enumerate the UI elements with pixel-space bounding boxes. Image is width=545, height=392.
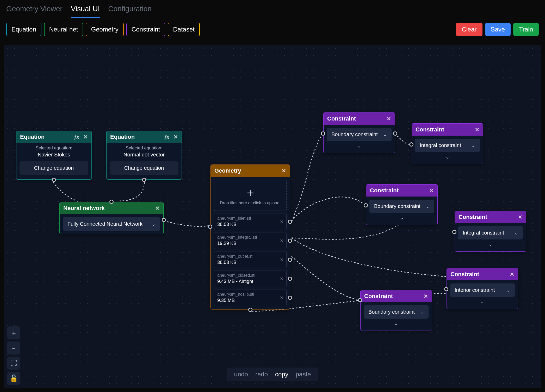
expand-icon[interactable]: ⌄ [364, 319, 429, 327]
selected-label: Selected equation: [110, 146, 178, 151]
paste-button[interactable]: paste [296, 371, 311, 378]
port-output[interactable] [393, 131, 397, 136]
save-button[interactable]: Save [485, 23, 511, 36]
file-size: 9.43 MB - Airtight [217, 279, 277, 284]
select-value: Interior constraint [455, 287, 495, 293]
file-item[interactable]: aneurysm_noslip.stl 9.35 MB ✕ [214, 289, 287, 306]
train-button[interactable]: Train [513, 23, 539, 36]
chip-geometry[interactable]: Geometry [86, 23, 123, 36]
dropzone[interactable]: ＋ Drop files here or click to upload. [214, 180, 287, 211]
close-icon[interactable]: ✕ [518, 214, 522, 220]
expand-icon[interactable]: ⌄ [450, 297, 515, 306]
change-equation-button[interactable]: Change equation [20, 161, 88, 175]
port-input[interactable] [409, 142, 413, 147]
close-icon[interactable]: ✕ [280, 276, 284, 282]
close-icon[interactable]: ✕ [155, 205, 160, 211]
chevron-down-icon: ⌄ [506, 287, 510, 293]
close-icon[interactable]: ✕ [424, 293, 428, 299]
port-output[interactable] [142, 178, 146, 182]
node-constraint-5[interactable]: Constraint ✕ Boundary constraint ⌄ ⌄ [360, 290, 432, 331]
port-input[interactable] [109, 200, 114, 204]
port-output[interactable] [52, 178, 56, 182]
fit-view-button[interactable]: ⛶ [7, 357, 20, 370]
close-icon[interactable]: ✕ [280, 238, 284, 244]
port-output[interactable] [288, 258, 292, 262]
file-item[interactable]: aneurysm_integral.stl 19.29 KB ✕ [214, 232, 287, 249]
close-icon[interactable]: ✕ [387, 116, 391, 122]
expand-icon[interactable]: ⌄ [458, 239, 523, 248]
select-value: Integral constraint [420, 142, 461, 148]
file-name: aneurysm_integral.stl [217, 235, 277, 240]
node-constraint-6[interactable]: Constraint ✕ Interior constraint ⌄ ⌄ [447, 268, 518, 309]
node-geometry[interactable]: Geometry ✕ ＋ Drop files here or click to… [210, 165, 290, 309]
graph-canvas[interactable]: Equation ƒx ✕ Selected equation: Navier … [4, 45, 541, 388]
file-item[interactable]: aneurysm_outlet.stl 38.03 KB ✕ [214, 251, 287, 268]
expand-icon[interactable]: ⌄ [369, 213, 434, 222]
chip-neural-net[interactable]: Neural net [44, 23, 83, 36]
node-constraint-4[interactable]: Constraint ✕ Integral constraint ⌄ ⌄ [455, 211, 526, 252]
port-input[interactable] [452, 230, 456, 234]
port-input[interactable] [358, 298, 362, 302]
constraint-select[interactable]: Integral constraint ⌄ [458, 226, 523, 239]
fx-icon[interactable]: ƒx [74, 135, 79, 140]
port-input[interactable] [321, 131, 325, 136]
port-input[interactable] [444, 287, 448, 291]
chip-dataset[interactable]: Dataset [168, 23, 200, 36]
node-constraint-1[interactable]: Constraint ✕ Boundary constraint ⌄ ⌄ [323, 112, 395, 153]
port-input[interactable] [364, 203, 368, 207]
port-output[interactable] [288, 220, 292, 224]
copy-button[interactable]: copy [275, 371, 288, 378]
close-icon[interactable]: ✕ [280, 295, 284, 301]
file-item[interactable]: aneurysm_closed.stl 9.43 MB - Airtight ✕ [214, 270, 287, 287]
port-output[interactable] [288, 277, 292, 281]
expand-icon[interactable]: ⌄ [415, 152, 480, 161]
port-output[interactable] [162, 218, 166, 222]
file-size: 38.03 KB [217, 260, 277, 265]
expand-icon[interactable]: ⌄ [327, 141, 392, 150]
close-icon[interactable]: ✕ [280, 219, 284, 225]
clear-button[interactable]: Clear [456, 23, 482, 36]
node-title: Constraint [416, 126, 444, 133]
tab-visual-ui[interactable]: Visual UI [71, 5, 100, 18]
node-constraint-3[interactable]: Constraint ✕ Boundary constraint ⌄ ⌄ [366, 184, 438, 225]
redo-button[interactable]: redo [255, 371, 268, 378]
zoom-in-button[interactable]: ＋ [7, 326, 20, 339]
node-title: Constraint [370, 187, 399, 194]
close-icon[interactable]: ✕ [282, 168, 286, 174]
close-icon[interactable]: ✕ [280, 257, 284, 263]
chip-constraint[interactable]: Constraint [126, 23, 165, 36]
constraint-select[interactable]: Boundary constraint ⌄ [327, 128, 392, 141]
node-equation-1[interactable]: Equation ƒx ✕ Selected equation: Navier … [16, 131, 92, 180]
constraint-select[interactable]: Integral constraint ⌄ [415, 139, 480, 152]
constraint-select[interactable]: Interior constraint ⌄ [450, 283, 515, 297]
close-icon[interactable]: ✕ [475, 127, 479, 133]
zoom-out-button[interactable]: － [7, 342, 20, 355]
chip-equation[interactable]: Equation [6, 23, 41, 36]
tab-geometry-viewer[interactable]: Geometry Viewer [6, 5, 63, 18]
node-title: Equation [110, 134, 135, 140]
close-icon[interactable]: ✕ [83, 134, 88, 140]
lock-button[interactable]: 🔓 [7, 372, 20, 385]
file-name: aneurysm_outlet.stl [217, 254, 277, 259]
change-equation-button[interactable]: Change equation [110, 161, 178, 175]
node-equation-2[interactable]: Equation ƒx ✕ Selected equation: Normal … [106, 131, 182, 180]
constraint-select[interactable]: Boundary constraint ⌄ [369, 200, 434, 213]
file-size: 19.29 KB [217, 241, 277, 246]
tab-configuration[interactable]: Configuration [108, 5, 152, 18]
neural-select[interactable]: Fully Connected Neural Network ⌄ [63, 217, 160, 231]
node-neural-network[interactable]: Neural network ✕ Fully Connected Neural … [59, 202, 164, 234]
port-input[interactable] [208, 225, 212, 229]
port-output[interactable] [288, 296, 292, 300]
close-icon[interactable]: ✕ [174, 134, 178, 140]
chevron-down-icon: ⌄ [471, 143, 475, 148]
undo-button[interactable]: undo [234, 371, 248, 378]
port-output[interactable] [248, 308, 252, 312]
port-output[interactable] [288, 239, 292, 243]
close-icon[interactable]: ✕ [429, 187, 434, 194]
file-item[interactable]: aneurysm_inlet.stl 38.03 KB ✕ [214, 213, 287, 230]
constraint-select[interactable]: Boundary constraint ⌄ [364, 305, 429, 319]
fx-icon[interactable]: ƒx [164, 135, 169, 140]
selected-value: Navier Stokes [20, 152, 88, 158]
close-icon[interactable]: ✕ [510, 271, 514, 277]
node-constraint-2[interactable]: Constraint ✕ Integral constraint ⌄ ⌄ [412, 123, 483, 164]
